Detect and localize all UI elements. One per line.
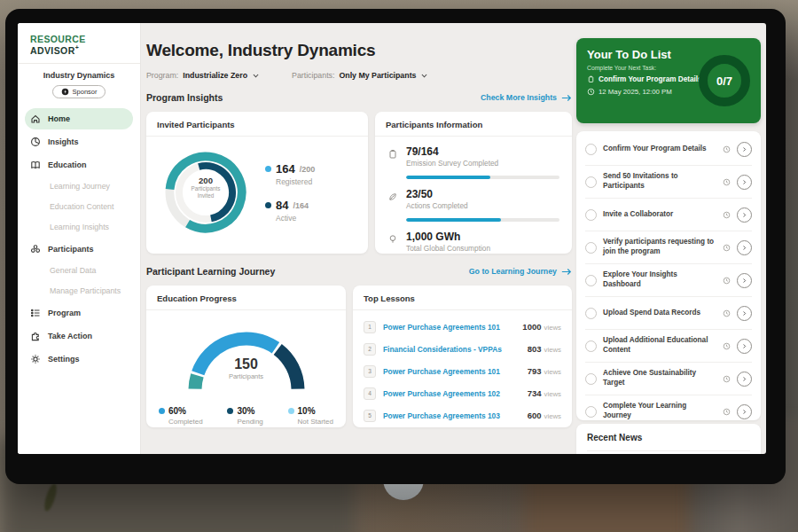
sidebar-item-learning-insights[interactable]: Learning Insights [25, 217, 133, 238]
sidebar-item-take-action[interactable]: Take Action [25, 325, 133, 347]
sidebar-item-participants[interactable]: Participants [25, 239, 133, 260]
todo-progress-ring: 0/7 [697, 53, 752, 108]
task-checkbox[interactable] [585, 176, 597, 188]
legend-not-started: 10% Not Started [288, 406, 333, 426]
legend-active: 84/164 Active [265, 199, 315, 223]
task-checkbox[interactable] [585, 144, 597, 155]
program-dropdown[interactable]: Program: Industrialize Zero [146, 71, 260, 80]
top-lessons-card: Top Lessons 1 Power Purchase Agreements … [353, 286, 572, 427]
lesson-row: 2 Financial Considerations - VPPAs 803vi… [364, 338, 561, 360]
sidebar-item-education[interactable]: Education [25, 154, 133, 176]
task-open-button[interactable] [737, 175, 752, 190]
task-open-button[interactable] [737, 404, 752, 419]
sidebar-item-settings[interactable]: Settings [25, 348, 133, 370]
filters: Program: Industrialize Zero Participants… [146, 71, 428, 80]
lesson-link[interactable]: Power Purchase Agreements 101 [383, 323, 515, 332]
go-to-learning-journey-link[interactable]: Go to Learning Journey [469, 267, 572, 276]
sidebar-item-insights[interactable]: Insights [25, 131, 133, 153]
task-row: Upload Spend Data Records [585, 297, 752, 330]
sponsor-badge: Sponsor [52, 85, 106, 98]
sidebar-item-learning-journey[interactable]: Learning Journey [25, 176, 133, 197]
right-column: Your To Do List Complete Your Next Task:… [576, 23, 761, 454]
gear-icon [30, 354, 41, 364]
participants-icon [30, 244, 41, 254]
task-open-button[interactable] [737, 372, 752, 387]
task-row: Confirm Your Program Details [585, 133, 752, 166]
book-icon [30, 160, 41, 170]
rank-badge: 2 [364, 343, 376, 356]
main-content: Welcome, Industry Dynamics Program: Indu… [146, 23, 572, 454]
program-insights-header: Program Insights Check More Insights [146, 92, 572, 103]
clipboard-icon [387, 149, 398, 160]
stat-actions: 23/50Actions Completed [387, 188, 559, 210]
clock-icon [723, 178, 731, 186]
participants-information-card: Participants Information 79/164Emission … [375, 112, 572, 254]
task-checkbox[interactable] [585, 209, 597, 221]
bulb-icon [387, 234, 398, 245]
task-checkbox[interactable] [585, 406, 597, 418]
task-open-button[interactable] [737, 207, 752, 223]
journey-cards-row: Education Progress 150 Participants [146, 286, 572, 427]
task-row: Explore Your Insights Dashboard [585, 264, 752, 297]
invited-participants-card: Invited Participants 200 [146, 112, 368, 254]
task-open-button[interactable] [737, 306, 752, 321]
clock-icon [587, 88, 595, 96]
legend-pending: 30% Pending [227, 406, 262, 426]
lesson-link[interactable]: Power Purchase Agreements 102 [383, 389, 520, 398]
recent-news-card: Recent News [576, 424, 761, 454]
donut-legend: 164/200 Registered 84/164 Active [265, 162, 315, 223]
task-checkbox[interactable] [585, 373, 597, 385]
task-checkbox[interactable] [585, 308, 597, 319]
task-open-button[interactable] [737, 273, 752, 288]
org-name: Industry Dynamics [18, 71, 140, 80]
clock-icon [723, 342, 731, 350]
participants-dropdown[interactable]: Participants: Only My Participants [292, 71, 428, 80]
rank-badge: 5 [364, 410, 376, 422]
lesson-link[interactable]: Power Purchase Agreements 103 [383, 411, 520, 420]
page-title: Welcome, Industry Dynamics [146, 41, 375, 60]
task-open-button[interactable] [737, 339, 752, 354]
clock-icon [723, 408, 731, 416]
sidebar-item-general-data[interactable]: General Data [25, 261, 133, 281]
insights-icon [30, 137, 41, 147]
lesson-row: 1 Power Purchase Agreements 101 1000view… [364, 316, 561, 338]
chevron-down-icon [420, 72, 428, 80]
actions-progress-bar [406, 218, 559, 222]
clock-icon [723, 277, 731, 285]
sidebar-item-home[interactable]: Home [25, 108, 133, 129]
list-icon [30, 308, 41, 318]
task-open-button[interactable] [737, 240, 752, 255]
sidebar-item-program[interactable]: Program [25, 302, 133, 324]
task-row: Verify participants requesting to join t… [585, 231, 752, 264]
task-open-button[interactable] [737, 142, 752, 157]
rank-badge: 1 [364, 321, 376, 333]
sidebar-item-education-content[interactable]: Education Content [25, 197, 133, 217]
check-more-insights-link[interactable]: Check More Insights [481, 93, 572, 102]
task-checkbox[interactable] [585, 275, 597, 286]
sidebar-item-manage-participants[interactable]: Manage Participants [25, 281, 133, 301]
education-gauge-chart: 150 Participants [146, 317, 346, 399]
lesson-link[interactable]: Power Purchase Agreements 101 [383, 367, 520, 376]
clock-icon [723, 211, 731, 219]
clock-icon [723, 375, 731, 383]
task-checkbox[interactable] [585, 242, 597, 254]
task-row: Send 50 Invitations to Participants [585, 166, 752, 199]
task-row: Upload Additional Educational Content [585, 330, 752, 363]
legend-dot [227, 408, 233, 414]
divider [18, 63, 140, 64]
puzzle-icon [30, 331, 41, 341]
stat-consumption: 1,000 GWhTotal Global Consumption [387, 231, 559, 253]
legend-registered: 164/200 Registered [265, 162, 315, 186]
lesson-link[interactable]: Financial Considerations - VPPAs [383, 345, 520, 354]
clipboard-icon [587, 75, 595, 83]
todo-tasks-card: Confirm Your Program Details Send 50 Inv… [576, 131, 761, 420]
legend-dot [159, 408, 165, 414]
task-checkbox[interactable] [585, 340, 597, 352]
education-progress-card: Education Progress 150 Participants [146, 286, 346, 427]
task-row: Invite a Collaborator [585, 199, 752, 231]
gauge-legend: 60% Completed 30% Pending 10% Not Starte… [146, 399, 346, 426]
lesson-row: 4 Power Purchase Agreements 102 734views [364, 382, 561, 404]
home-icon [30, 113, 41, 124]
arrow-right-icon [561, 94, 572, 102]
lesson-row: 5 Power Purchase Agreements 103 600views [364, 404, 561, 426]
